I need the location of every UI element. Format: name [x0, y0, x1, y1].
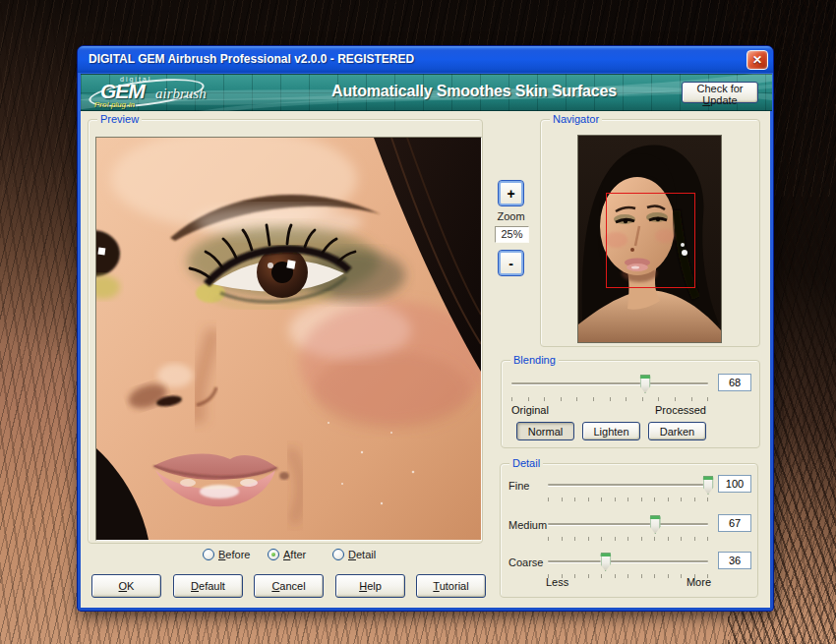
blending-min-label: Original — [511, 404, 549, 416]
banner-headline: Automatically Smoothes Skin Surfaces — [282, 83, 666, 100]
preview-group-label: Preview — [97, 113, 142, 125]
zoom-in-button[interactable]: + — [498, 180, 524, 206]
blending-group: Blending Original Processed Normal Light… — [501, 360, 760, 448]
fine-value-input[interactable] — [718, 475, 751, 493]
ok-button[interactable]: OK — [91, 574, 161, 598]
logo-plugin-text: Pro! plug-in — [94, 100, 135, 109]
preview-face-art — [96, 138, 481, 540]
medium-value-input[interactable] — [718, 514, 751, 532]
radio-after[interactable]: After — [268, 548, 306, 561]
medium-slider[interactable] — [548, 515, 708, 535]
navigator-group: Navigator — [540, 119, 760, 347]
blending-slider-thumb[interactable] — [640, 375, 651, 393]
lighten-button[interactable]: Lighten — [582, 422, 640, 440]
navigator-selection-rect[interactable] — [606, 193, 695, 288]
help-button[interactable]: Help — [335, 574, 405, 598]
tutorial-button[interactable]: Tutorial — [416, 574, 486, 598]
blending-group-label: Blending — [510, 354, 559, 366]
screen: DIGITAL GEM Airbrush Professional v2.0.0… — [0, 0, 836, 644]
blending-slider[interactable] — [511, 375, 708, 394]
blending-slider-track[interactable] — [511, 382, 708, 384]
darken-button[interactable]: Darken — [648, 422, 706, 440]
default-button[interactable]: Default — [173, 574, 243, 598]
detail-min-label: Less — [546, 576, 568, 588]
close-button[interactable]: ✕ — [746, 50, 768, 70]
minus-icon: - — [508, 256, 513, 271]
radio-circle-icon — [332, 549, 344, 560]
detail-group-label: Detail — [509, 457, 543, 469]
dialog-window: DIGITAL GEM Airbrush Professional v2.0.0… — [77, 45, 774, 612]
coarse-label: Coarse — [508, 556, 543, 568]
close-icon: ✕ — [752, 53, 762, 67]
plus-icon: + — [507, 186, 514, 202]
fine-slider-thumb[interactable] — [703, 476, 714, 495]
medium-slider-thumb[interactable] — [650, 515, 661, 534]
coarse-slider-track[interactable] — [548, 560, 708, 562]
dialog-body: Preview — [81, 111, 770, 608]
coarse-slider-ticks — [548, 574, 709, 578]
medium-slider-ticks — [548, 537, 709, 541]
preview-image[interactable] — [95, 137, 482, 541]
navigator-thumbnail — [577, 135, 722, 343]
coarse-slider[interactable] — [548, 553, 708, 572]
fine-slider-ticks — [548, 498, 709, 501]
detail-max-label: More — [687, 576, 711, 588]
blending-value-input[interactable] — [718, 374, 751, 391]
check-for-update-button[interactable]: Check for Update — [682, 82, 758, 103]
blending-slider-ticks — [511, 397, 709, 401]
title-bar[interactable]: DIGITAL GEM Airbrush Professional v2.0.0… — [78, 46, 773, 73]
medium-label: Medium — [508, 519, 547, 531]
radio-before[interactable]: Before — [203, 548, 250, 561]
coarse-slider-thumb[interactable] — [600, 553, 611, 571]
blending-max-label: Processed — [655, 404, 706, 416]
banner: digital GEM airbrush Pro! plug-in Automa… — [81, 74, 772, 111]
zoom-label: Zoom — [487, 210, 535, 222]
medium-slider-track[interactable] — [548, 523, 708, 525]
radio-circle-icon — [203, 549, 214, 560]
fine-label: Fine — [508, 480, 529, 492]
zoom-value: 25% — [495, 226, 529, 243]
fine-slider-track[interactable] — [548, 484, 708, 486]
gem-logo: digital GEM airbrush Pro! plug-in — [87, 75, 249, 110]
window-title: DIGITAL GEM Airbrush Professional v2.0.0… — [89, 46, 414, 72]
radio-detail[interactable]: Detail — [332, 548, 376, 561]
detail-group: Detail Fine Medium Coarse — [500, 463, 758, 598]
navigator-group-label: Navigator — [550, 113, 602, 125]
cancel-button[interactable]: Cancel — [254, 574, 324, 598]
fine-slider[interactable] — [548, 476, 708, 496]
zoom-out-button[interactable]: - — [498, 250, 524, 276]
radio-circle-icon — [268, 549, 279, 560]
coarse-value-input[interactable] — [718, 552, 751, 569]
logo-airbrush-text: airbrush — [155, 86, 207, 102]
normal-button[interactable]: Normal — [516, 422, 574, 440]
